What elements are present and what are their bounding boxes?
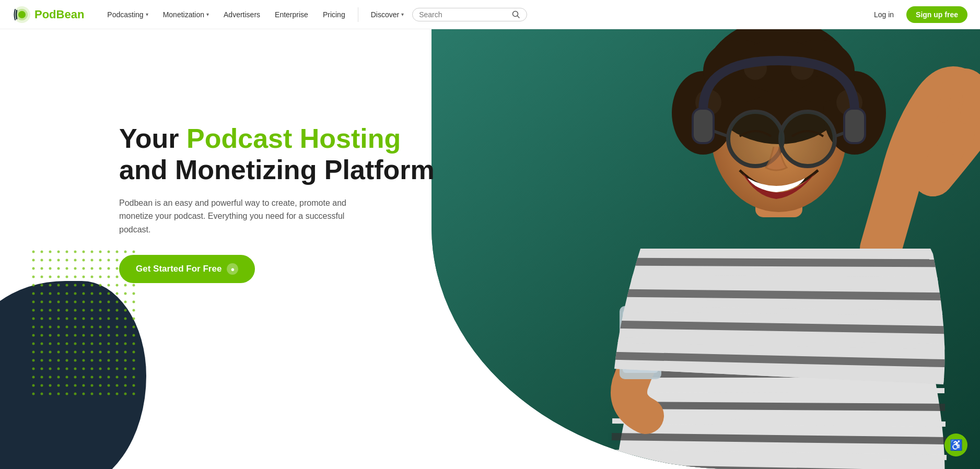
nav-pricing[interactable]: Pricing <box>317 6 352 23</box>
svg-point-40 <box>780 112 835 166</box>
login-button[interactable]: Log in <box>868 7 900 22</box>
svg-line-48 <box>609 277 954 280</box>
search-icon <box>512 10 520 19</box>
cta-label: Get Started For Free <box>136 264 221 274</box>
nav-separator <box>358 7 358 22</box>
search-button[interactable] <box>512 10 520 19</box>
logo-icon <box>13 5 31 24</box>
hero-title-suffix: and Monetizing Platform <box>119 155 435 185</box>
svg-line-49 <box>609 293 954 297</box>
nav-enterprise[interactable]: Enterprise <box>269 6 314 23</box>
svg-line-13 <box>613 405 945 407</box>
chevron-down-icon: ▾ <box>146 11 148 17</box>
nav-links: Podcasting ▾ Monetization ▾ Advertisers … <box>101 6 855 23</box>
hero-title: Your Podcast Hosting and Monetizing Plat… <box>119 123 443 186</box>
accessibility-button[interactable]: ♿ <box>944 433 967 456</box>
nav-monetization[interactable]: Monetization ▾ <box>157 6 215 23</box>
hero-content: Your Podcast Hosting and Monetizing Plat… <box>119 123 443 283</box>
signup-button[interactable]: Sign up free <box>906 6 967 23</box>
svg-line-15 <box>612 437 946 441</box>
svg-line-12 <box>613 390 944 391</box>
navbar: PodBean Podcasting ▾ Monetization ▾ Adve… <box>0 0 980 29</box>
svg-point-2 <box>18 11 26 18</box>
accessibility-icon: ♿ <box>950 439 963 451</box>
hero-title-green: Podcast Hosting <box>186 123 401 154</box>
cta-arrow-icon: ● <box>227 263 238 275</box>
logo[interactable]: PodBean <box>13 5 84 24</box>
hero-person-illustration <box>431 29 980 469</box>
svg-line-4 <box>518 16 520 18</box>
search-input[interactable] <box>419 10 512 19</box>
chevron-down-icon: ▾ <box>401 11 404 17</box>
nav-right: Log in Sign up free <box>868 6 967 23</box>
hero-subtitle: Podbean is an easy and powerful way to c… <box>119 196 370 237</box>
cta-get-started-button[interactable]: Get Started For Free ● <box>119 255 255 283</box>
nav-discover[interactable]: Discover ▾ <box>365 6 410 23</box>
nav-advertisers[interactable]: Advertisers <box>217 6 266 23</box>
svg-rect-43 <box>694 110 713 142</box>
svg-line-47 <box>609 262 954 263</box>
hero-image-area <box>431 29 980 469</box>
hero-section: Your Podcast Hosting and Monetizing Plat… <box>0 29 980 469</box>
svg-rect-44 <box>845 110 864 142</box>
hero-title-prefix: Your <box>119 123 186 154</box>
search-box <box>412 8 527 21</box>
nav-podcasting[interactable]: Podcasting ▾ <box>101 6 154 23</box>
logo-text: PodBean <box>34 8 84 21</box>
chevron-down-icon: ▾ <box>206 11 209 17</box>
